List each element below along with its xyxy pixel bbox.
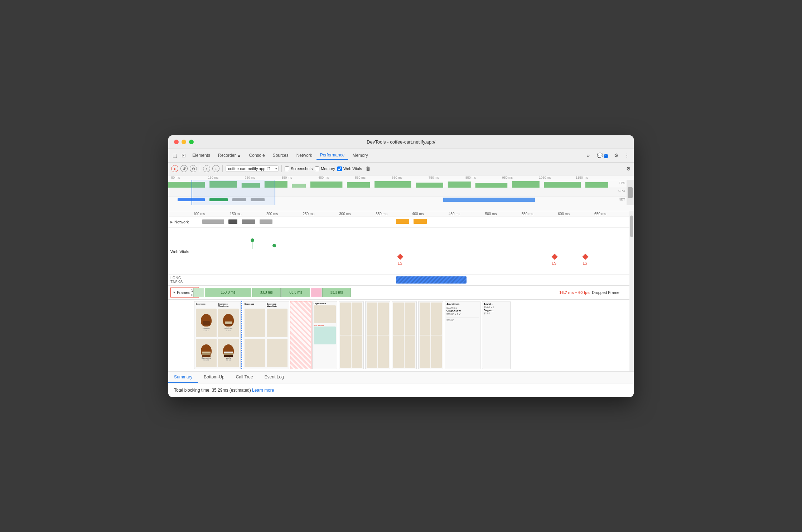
screenshots-row: Espresso Espresso Macchiato espresso $10… <box>168 300 634 371</box>
more-options-icon[interactable]: ⋮ <box>623 151 631 160</box>
divider <box>200 165 200 172</box>
tab-recorder[interactable]: Recorder ▲ <box>214 151 245 159</box>
memory-checkbox[interactable] <box>315 166 319 171</box>
web-vitals-checkbox-label[interactable]: Web Vitals <box>337 166 362 171</box>
refresh-button[interactable]: ↺ <box>180 165 188 172</box>
screenshots-label: Screenshots <box>291 166 313 171</box>
frames-content: 150.0 ms 33.3 ms 83.3 ms 33.3 ms 16.7 ms… <box>193 286 634 299</box>
overview-section: 50 ms 150 ms 250 ms 350 ms 450 ms 550 ms… <box>168 175 634 211</box>
memory-checkbox-label[interactable]: Memory <box>315 166 335 171</box>
net-label: NET <box>619 198 625 201</box>
detail-time-ruler: 100 ms 150 ms 200 ms 250 ms 300 ms 350 m… <box>168 211 634 217</box>
screenshots-track-content[interactable]: Espresso Espresso Macchiato espresso $10… <box>193 300 634 371</box>
scrollbar-thumb <box>628 187 633 198</box>
trash-icon[interactable]: 🗑 <box>366 166 371 171</box>
devtools-window: DevTools - coffee-cart.netlify.app/ ⬚ ⊡ … <box>168 135 634 397</box>
overview-time-ruler: 50 ms 150 ms 250 ms 350 ms 450 ms 550 ms… <box>168 175 634 180</box>
minimize-button[interactable] <box>182 140 186 144</box>
cpu-label: CPU <box>618 189 625 193</box>
svg-rect-13 <box>585 182 608 188</box>
frame-seg-1 <box>193 288 204 297</box>
tab-memory[interactable]: Memory <box>349 151 371 159</box>
net-detail-bar-3 <box>242 219 255 224</box>
toolbar-gear-icon[interactable]: ⚙ <box>626 166 631 171</box>
frames-label[interactable]: ▼ Frames 3 ms <box>168 286 193 299</box>
divider2 <box>222 165 223 172</box>
learn-more-link[interactable]: Learn more <box>252 388 274 393</box>
ls-marker-3: LS <box>583 255 588 266</box>
svg-rect-4 <box>292 184 306 188</box>
screenshot-6 <box>392 301 417 369</box>
screenshot-cart2: Ameri... $9.00 x 1 Cappu... $19.0... <box>482 301 511 369</box>
memory-label: Memory <box>321 166 335 171</box>
svg-rect-10 <box>475 183 508 188</box>
ls-marker-2: LS <box>552 255 557 266</box>
tab-sources[interactable]: Sources <box>269 151 292 159</box>
close-button[interactable] <box>174 140 179 144</box>
upload-button[interactable]: ↑ <box>203 165 210 172</box>
frame-seg-4: 83.3 ms <box>281 288 310 297</box>
long-tasks-content <box>193 275 634 285</box>
tabs-right: 💬1 ⚙ ⋮ <box>595 151 631 160</box>
web-vitals-checkbox[interactable] <box>337 166 342 171</box>
bottom-tabs: Summary Bottom-Up Call Tree Event Log <box>168 372 634 383</box>
ss1-items2: Cappuccino $19.00 Mocha $8.00 <box>196 339 239 367</box>
network-track-label[interactable]: ▶ Network <box>168 218 193 226</box>
tab-bottom-up[interactable]: Bottom-Up <box>198 372 230 383</box>
frame-seg-5 <box>311 288 322 297</box>
tab-event-log[interactable]: Event Log <box>259 372 290 383</box>
settings-icon[interactable]: ⚙ <box>613 151 620 160</box>
ss1-items: espresso $10.00 milk foam $13.00 <box>196 309 239 337</box>
tab-console[interactable]: Console <box>246 151 269 159</box>
dropped-fps-text: 16.7 ms ~ 60 fps <box>559 290 590 295</box>
network-track-content[interactable] <box>193 217 634 227</box>
long-tasks-label: LONG TASKS <box>168 275 193 285</box>
screenshot-4 <box>339 301 364 369</box>
tab-performance[interactable]: Performance <box>317 151 348 160</box>
screenshot-7 <box>418 301 443 369</box>
frame-seg-6: 33.3 ms <box>322 288 351 297</box>
record-button[interactable]: ● <box>171 165 178 172</box>
inspect-icon[interactable]: ⬚ <box>171 151 179 160</box>
divider3 <box>281 165 282 172</box>
detail-section: 100 ms 150 ms 200 ms 250 ms 300 ms 350 m… <box>168 211 634 372</box>
web-vitals-label-text: Web Vitals <box>170 250 189 254</box>
svg-rect-12 <box>544 182 581 188</box>
screenshot-2: Espresso Espresso Macchiato <box>243 301 289 369</box>
tab-summary[interactable]: Summary <box>168 372 198 383</box>
svg-rect-11 <box>512 181 540 188</box>
clear-button[interactable]: ⊘ <box>190 165 197 172</box>
net-detail-bar-6 <box>414 219 427 224</box>
svg-rect-9 <box>448 182 471 188</box>
chat-icon[interactable]: 💬1 <box>595 151 610 160</box>
net-detail-bar-5 <box>396 219 409 224</box>
tabs-list: Elements Recorder ▲ Console Sources Netw… <box>189 151 584 160</box>
frames-arrow-icon: ▼ <box>173 291 176 294</box>
web-vitals-track-label: Web Vitals <box>168 228 193 274</box>
device-icon[interactable]: ⊡ <box>180 151 187 160</box>
network-label-text: Network <box>174 220 189 224</box>
overview-scrollbar[interactable] <box>627 180 634 205</box>
ls-marker-1: LS <box>398 255 402 266</box>
detail-scrollbar[interactable] <box>629 211 634 371</box>
long-tasks-row: LONG TASKS <box>168 275 634 286</box>
tab-call-tree[interactable]: Call Tree <box>230 372 259 383</box>
more-tabs-button[interactable]: » <box>584 151 593 160</box>
selection-overlay[interactable] <box>192 180 275 205</box>
net-bar-5 <box>443 198 535 202</box>
frames-row: ▼ Frames 3 ms 150.0 ms 33.3 ms 83.3 ms 3… <box>168 286 634 300</box>
download-button[interactable]: ↓ <box>212 165 219 172</box>
screenshots-checkbox[interactable] <box>285 166 289 171</box>
screenshot-striped <box>290 301 311 369</box>
overview-tracks[interactable]: FPS CPU <box>168 180 634 205</box>
window-title: DevTools - coffee-cart.netlify.app/ <box>367 139 435 145</box>
svg-rect-6 <box>347 182 370 188</box>
tab-elements[interactable]: Elements <box>189 151 214 159</box>
screenshots-checkbox-label[interactable]: Screenshots <box>285 166 313 171</box>
maximize-button[interactable] <box>189 140 194 144</box>
frame-seg-2: 150.0 ms <box>205 288 251 297</box>
long-task-bar <box>396 276 467 284</box>
net-detail-bar-4 <box>260 219 273 224</box>
tab-network[interactable]: Network <box>293 151 316 159</box>
profile-select[interactable]: coffee-cart.netlify.app #1 <box>226 165 279 172</box>
